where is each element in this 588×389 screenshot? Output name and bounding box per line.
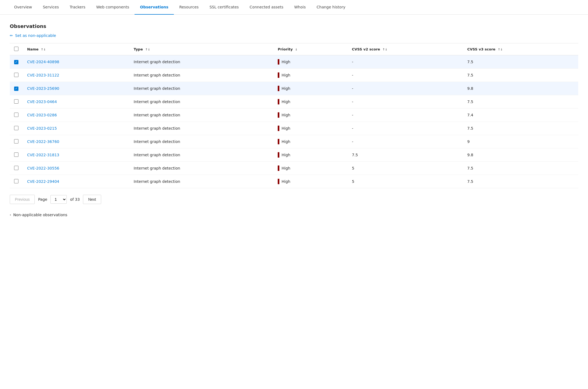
priority-bar-9 bbox=[278, 179, 279, 184]
col-cvss-v3[interactable]: CVSS v3 score ↑↓ bbox=[463, 43, 578, 55]
row-cvss-v3-6: 9 bbox=[463, 135, 578, 148]
set-non-applicable-action[interactable]: ✏️ Set as non-applicable bbox=[10, 33, 578, 38]
observations-table-container: Name ↑↓ Type ↑↓ Priority ↓ CVSS v2 score… bbox=[10, 43, 578, 188]
table-row: CVE-2022-36760 Internet graph detection … bbox=[10, 135, 578, 148]
row-name-5: CVE-2023-0215 bbox=[23, 122, 129, 135]
row-checkbox-cell-0[interactable] bbox=[10, 55, 23, 69]
row-type-6: Internet graph detection bbox=[129, 135, 274, 148]
navigation-bar: OverviewServicesTrackersWeb componentsOb… bbox=[0, 0, 588, 15]
row-checkbox-cell-6[interactable] bbox=[10, 135, 23, 148]
cve-link-8[interactable]: CVE-2022-30556 bbox=[27, 166, 59, 170]
table-row: CVE-2024-40898 Internet graph detection … bbox=[10, 55, 578, 69]
nav-item-ssl-certificates[interactable]: SSL certificates bbox=[204, 0, 244, 15]
row-type-2: Internet graph detection bbox=[129, 82, 274, 95]
col-cvss-v2[interactable]: CVSS v2 score ↑↓ bbox=[347, 43, 463, 55]
nav-item-web-components[interactable]: Web components bbox=[91, 0, 135, 15]
priority-label-8: High bbox=[282, 166, 290, 170]
cve-link-6[interactable]: CVE-2022-36760 bbox=[27, 139, 59, 144]
row-name-4: CVE-2023-0286 bbox=[23, 109, 129, 122]
row-type-7: Internet graph detection bbox=[129, 148, 274, 162]
nav-item-whois[interactable]: Whois bbox=[289, 0, 311, 15]
table-row: CVE-2022-29404 Internet graph detection … bbox=[10, 175, 578, 188]
row-checkbox-5[interactable] bbox=[14, 126, 18, 130]
row-cvss-v3-3: 7.5 bbox=[463, 95, 578, 109]
row-checkbox-3[interactable] bbox=[14, 99, 18, 104]
row-checkbox-2[interactable] bbox=[14, 87, 18, 91]
row-checkbox-7[interactable] bbox=[14, 152, 18, 157]
row-checkbox-cell-4[interactable] bbox=[10, 109, 23, 122]
row-checkbox-9[interactable] bbox=[14, 179, 18, 183]
nav-item-observations[interactable]: Observations bbox=[135, 0, 174, 15]
name-sort-icon: ↑↓ bbox=[41, 48, 46, 51]
type-sort-icon: ↑↓ bbox=[145, 48, 150, 51]
row-cvss-v2-4: - bbox=[347, 109, 463, 122]
row-cvss-v2-7: 7.5 bbox=[347, 148, 463, 162]
select-all-header[interactable] bbox=[10, 43, 23, 55]
col-type[interactable]: Type ↑↓ bbox=[129, 43, 274, 55]
previous-button[interactable]: Previous bbox=[10, 195, 35, 204]
row-cvss-v3-2: 9.8 bbox=[463, 82, 578, 95]
table-row: CVE-2023-0286 Internet graph detection H… bbox=[10, 109, 578, 122]
nav-item-services[interactable]: Services bbox=[37, 0, 64, 15]
next-button[interactable]: Next bbox=[83, 195, 101, 204]
col-name[interactable]: Name ↑↓ bbox=[23, 43, 129, 55]
cve-link-7[interactable]: CVE-2022-31813 bbox=[27, 153, 59, 157]
row-checkbox-cell-3[interactable] bbox=[10, 95, 23, 109]
row-type-0: Internet graph detection bbox=[129, 55, 274, 69]
col-priority[interactable]: Priority ↓ bbox=[273, 43, 347, 55]
pagination: Previous Page 12345 of 33 Next bbox=[10, 195, 578, 204]
priority-label-9: High bbox=[282, 179, 290, 184]
row-priority-9: High bbox=[273, 175, 347, 188]
row-checkbox-6[interactable] bbox=[14, 139, 18, 144]
cve-link-5[interactable]: CVE-2023-0215 bbox=[27, 126, 57, 130]
cve-link-4[interactable]: CVE-2023-0286 bbox=[27, 113, 57, 117]
nav-item-resources[interactable]: Resources bbox=[174, 0, 204, 15]
nav-item-trackers[interactable]: Trackers bbox=[64, 0, 91, 15]
nav-item-connected-assets[interactable]: Connected assets bbox=[244, 0, 289, 15]
page-select[interactable]: 12345 bbox=[50, 195, 67, 204]
row-checkbox-cell-5[interactable] bbox=[10, 122, 23, 135]
row-checkbox-1[interactable] bbox=[14, 73, 18, 77]
row-checkbox-cell-9[interactable] bbox=[10, 175, 23, 188]
table-row: CVE-2022-31813 Internet graph detection … bbox=[10, 148, 578, 162]
row-type-5: Internet graph detection bbox=[129, 122, 274, 135]
non-applicable-section[interactable]: › Non-applicable observations bbox=[10, 213, 578, 217]
priority-label-3: High bbox=[282, 100, 290, 104]
priority-label-4: High bbox=[282, 113, 290, 117]
row-checkbox-8[interactable] bbox=[14, 166, 18, 170]
row-cvss-v2-1: - bbox=[347, 69, 463, 82]
row-name-7: CVE-2022-31813 bbox=[23, 148, 129, 162]
table-row: CVE-2023-25690 Internet graph detection … bbox=[10, 82, 578, 95]
row-cvss-v3-4: 7.4 bbox=[463, 109, 578, 122]
row-checkbox-cell-2[interactable] bbox=[10, 82, 23, 95]
cvss-v3-sort-icon: ↑↓ bbox=[498, 48, 503, 51]
row-type-3: Internet graph detection bbox=[129, 95, 274, 109]
cve-link-3[interactable]: CVE-2023-0464 bbox=[27, 100, 57, 104]
row-checkbox-0[interactable] bbox=[14, 60, 18, 64]
row-checkbox-cell-8[interactable] bbox=[10, 162, 23, 175]
row-checkbox-cell-1[interactable] bbox=[10, 69, 23, 82]
priority-bar-3 bbox=[278, 99, 279, 104]
row-priority-5: High bbox=[273, 122, 347, 135]
priority-label-0: High bbox=[282, 60, 290, 64]
row-cvss-v3-8: 7.5 bbox=[463, 162, 578, 175]
row-checkbox-cell-7[interactable] bbox=[10, 148, 23, 162]
header-checkbox[interactable] bbox=[14, 47, 18, 51]
row-type-4: Internet graph detection bbox=[129, 109, 274, 122]
row-checkbox-4[interactable] bbox=[14, 113, 18, 117]
nav-item-change-history[interactable]: Change history bbox=[311, 0, 351, 15]
row-priority-4: High bbox=[273, 109, 347, 122]
row-cvss-v3-5: 7.5 bbox=[463, 122, 578, 135]
edit-icon: ✏️ bbox=[10, 33, 13, 38]
cve-link-9[interactable]: CVE-2022-29404 bbox=[27, 179, 59, 184]
cve-link-2[interactable]: CVE-2023-25690 bbox=[27, 86, 59, 91]
nav-item-overview[interactable]: Overview bbox=[9, 0, 37, 15]
row-priority-8: High bbox=[273, 162, 347, 175]
row-name-2: CVE-2023-25690 bbox=[23, 82, 129, 95]
table-row: CVE-2023-0215 Internet graph detection H… bbox=[10, 122, 578, 135]
cve-link-0[interactable]: CVE-2024-40898 bbox=[27, 60, 59, 64]
row-cvss-v3-0: 7.5 bbox=[463, 55, 578, 69]
table-header-row: Name ↑↓ Type ↑↓ Priority ↓ CVSS v2 score… bbox=[10, 43, 578, 55]
priority-label-1: High bbox=[282, 73, 290, 77]
cve-link-1[interactable]: CVE-2023-31122 bbox=[27, 73, 59, 77]
